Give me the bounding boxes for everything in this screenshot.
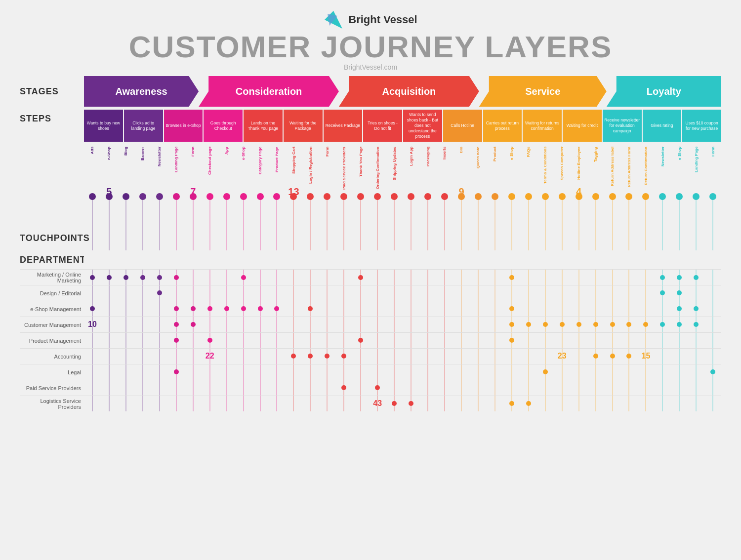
tp-main-dot [659,193,666,200]
dept-cell [235,332,252,348]
dept-cell [386,348,403,364]
dept-dot [325,354,329,359]
tp-column: Form7 [185,147,202,411]
dept-cell [319,332,335,348]
dept-cell [554,269,571,285]
dept-cell [285,364,302,380]
dept-cell [604,332,621,348]
dept-cell [470,317,487,332]
tp-column-label: Packaging [426,147,430,191]
tp-column: Landing Page [688,147,704,411]
dept-count: 43 [373,399,382,408]
dept-dot [626,354,631,359]
dept-cell [134,380,151,396]
dept-cell [185,285,202,301]
page-title: CUSTOMER JOURNEY LAYERS [129,32,613,62]
dept-cell [554,301,571,317]
chart-area: Ads10e-Shop5BlogBannerNewsletterLanding … [84,147,721,411]
tp-column-label: Ads [90,147,94,191]
tp-column: Login / Registration [302,147,319,411]
tp-column-label: Form [711,147,715,191]
tp-column: Packaging [419,147,436,411]
dept-cell [503,380,520,396]
dept-cell: 23 [554,348,571,364]
tp-column-label: Form [191,147,195,191]
dept-cell [621,317,638,332]
tp-column-label: Newsletter [157,147,162,191]
dept-cell [134,332,151,348]
dept-dot [593,354,598,359]
dept-cell [352,285,369,301]
stages-arrows: AwarenessConsiderationAcquisitionService… [84,76,721,107]
stage-loyalty: Loyalty [607,76,721,107]
dept-cell [403,396,419,411]
dept-cell [335,364,352,380]
dept-cell [118,269,134,285]
dept-cell [352,380,369,396]
dept-cell [587,348,604,364]
tp-main-dot [576,193,582,200]
dept-dots-container [688,269,704,411]
dept-cell [101,317,118,332]
dept-cell [202,380,218,396]
dept-cell [118,348,134,364]
dept-cell: 10 [84,317,101,332]
dept-cell [335,332,352,348]
dept-cell [621,396,638,411]
dept-cell [487,396,503,411]
step-box: Clicks ad to landing page [124,110,163,142]
dept-cell [285,301,302,317]
tp-column: Login App [403,147,419,411]
dept-cell [151,380,168,396]
dept-cell [671,380,688,396]
dept-cell [604,396,621,411]
dept-cell [185,332,202,348]
dept-cell [134,364,151,380]
tp-main-dot [441,193,448,200]
dept-cell [654,364,671,380]
dept-dot [509,322,514,327]
dept-cell [134,348,151,364]
dept-cell [487,285,503,301]
tp-column-label: Banner [140,147,145,191]
dept-cell [503,332,520,348]
dept-cell [369,317,386,332]
dept-dot [626,322,631,327]
dept-cell [335,380,352,396]
tp-column-label: Product [493,147,497,191]
dept-count: 10 [88,320,97,329]
dept-dots-container [537,269,554,411]
tp-column-label: e-Shop [107,147,111,191]
dept-cell [470,332,487,348]
dept-cell [537,348,554,364]
dept-cell [453,348,470,364]
dept-cell [654,301,671,317]
dept-cell [470,348,487,364]
dept-cell [319,348,335,364]
dept-dots-container [470,269,487,411]
dept-cell [537,364,554,380]
dept-cell [470,285,487,301]
dept-cell [352,396,369,411]
dept-cell [369,301,386,317]
dept-cell [386,380,403,396]
dept-cell [688,285,704,301]
tp-column-label: Landing Page [174,147,178,191]
dept-cell [252,348,269,364]
dept-cell [218,317,235,332]
dept-header-spacer [84,250,721,269]
dept-cell [369,285,386,301]
dept-cell [571,301,587,317]
dept-cell [419,317,436,332]
tp-column-label: Return Confirmation [644,147,648,191]
dept-cell [487,301,503,317]
dept-cell [604,269,621,285]
dept-cell [285,380,302,396]
tp-column: e-Shop [671,147,688,411]
dept-cell [587,364,604,380]
dept-cell [202,317,218,332]
tp-column-label: Paid Service Providers [342,147,346,191]
dept-cell [503,301,520,317]
dept-dot [576,322,581,327]
dept-cell [252,269,269,285]
